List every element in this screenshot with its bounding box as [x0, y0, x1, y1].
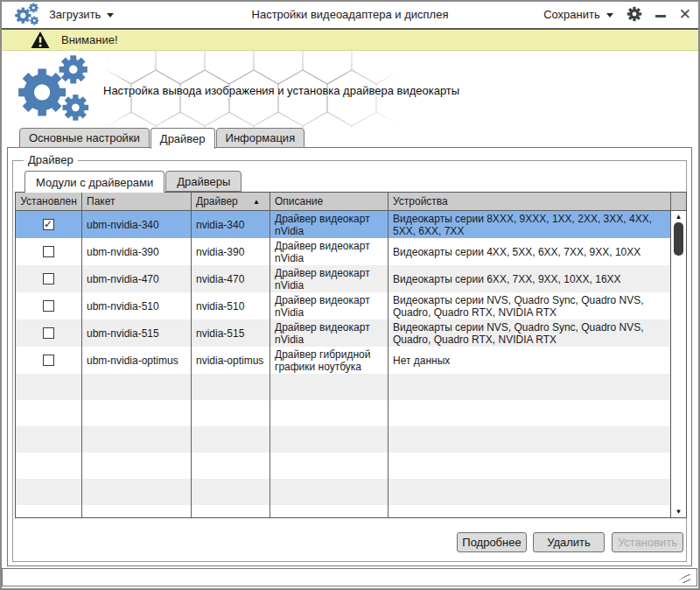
cell-installed — [16, 347, 82, 374]
tab-label: Драйвер — [160, 132, 206, 145]
cell-driver: nvidia-510 — [192, 292, 270, 320]
cell-driver: nvidia-470 — [192, 265, 270, 292]
cell-driver — [192, 400, 270, 426]
column-header-driver[interactable]: Драйвер ▲ — [192, 193, 270, 210]
cell-description: Драйвер видеокарт nVidia — [270, 211, 388, 238]
cell-package: ubm-nvidia-390 — [82, 238, 192, 265]
cell-installed — [16, 211, 82, 238]
vertical-scrollbar[interactable]: ▲ ▼ — [670, 211, 686, 517]
cell-devices — [388, 453, 671, 479]
column-header-installed[interactable]: Установлен — [16, 193, 82, 210]
cell-package: ubm-nvidia-510 — [82, 292, 192, 320]
cell-devices: Видеокарты серии 4XX, 5XX, 6XX, 7XX, 9XX… — [388, 238, 671, 265]
table-row[interactable] — [16, 479, 671, 505]
cell-devices — [388, 505, 671, 517]
table-row[interactable] — [16, 374, 671, 400]
cell-installed — [16, 453, 82, 479]
cell-description — [270, 453, 388, 479]
table-header: Установлен Пакет Драйвер ▲ Описание Устр… — [16, 193, 686, 211]
table-body: ubm-nvidia-340 nvidia-340 Драйвер видеок… — [16, 211, 671, 517]
resize-grip[interactable] — [676, 572, 690, 583]
details-button[interactable]: Подробнее — [457, 532, 527, 552]
tab-driver-modules[interactable]: Модули с драйверами — [24, 171, 164, 193]
cell-devices: Видеокарты серии 6XX, 7XX, 9XX, 10XX, 16… — [388, 265, 671, 292]
save-button[interactable]: Сохранить — [543, 8, 613, 21]
cell-driver — [192, 426, 270, 453]
tab-driver[interactable]: Драйвер — [150, 128, 215, 149]
table-row[interactable] — [16, 453, 671, 479]
cell-devices: Видеокарты серии 8XXX, 9XXX, 1XX, 2XX, 3… — [388, 211, 671, 238]
cell-driver: nvidia-340 — [192, 211, 270, 238]
column-label: Драйвер — [196, 195, 238, 207]
sort-ascending-icon: ▲ — [253, 198, 265, 206]
driver-subtabs: Модули с драйверами Драйверы — [24, 171, 242, 193]
close-button[interactable]: ✕ — [679, 7, 691, 22]
cell-devices — [388, 426, 671, 453]
scroll-down-icon[interactable]: ▼ — [671, 508, 686, 516]
cell-installed — [16, 374, 82, 400]
installed-checkbox[interactable] — [43, 355, 54, 366]
cell-description — [270, 426, 388, 453]
installed-checkbox[interactable] — [43, 300, 54, 312]
cell-package — [82, 505, 192, 517]
scroll-up-icon[interactable]: ▲ — [671, 213, 686, 221]
cell-description: Драйвер видеокарт nVidia — [270, 265, 388, 292]
table-row[interactable]: ubm-nvidia-470 nvidia-470 Драйвер видеок… — [16, 265, 671, 292]
warning-triangle-icon — [30, 31, 51, 49]
install-button[interactable]: Установить — [612, 532, 683, 552]
cell-driver: nvidia-390 — [192, 238, 270, 265]
column-label: Пакет — [87, 195, 115, 207]
cell-package: ubm-nvidia-515 — [82, 320, 192, 347]
installed-checkbox[interactable] — [43, 273, 54, 284]
table-row[interactable]: ubm-nvidia-optimus nvidia-optimus Драйве… — [16, 347, 671, 374]
status-bar — [2, 568, 697, 586]
app-window: Загрузить Настройки видеоадаптера и дисп… — [0, 0, 700, 590]
cell-installed — [16, 265, 82, 292]
scrollbar-thumb[interactable] — [674, 222, 683, 256]
column-header-package[interactable]: Пакет — [82, 193, 192, 210]
table-row[interactable]: ubm-nvidia-390 nvidia-390 Драйвер видеок… — [16, 238, 671, 265]
banner-title: Настройка вывода изображения и установка… — [103, 84, 459, 97]
minimize-button[interactable] — [655, 15, 666, 18]
installed-checkbox[interactable] — [43, 246, 54, 257]
table-row[interactable] — [16, 505, 671, 517]
cell-package — [82, 453, 192, 479]
cell-description: Драйвер видеокарт nVidia — [270, 292, 388, 320]
cell-package — [82, 374, 192, 400]
banner: Настройка вывода изображения и установка… — [0, 51, 700, 128]
table-row[interactable]: ubm-nvidia-515 nvidia-515 Драйвер видеок… — [16, 320, 671, 347]
column-label: Устройства — [393, 195, 448, 207]
tab-label: Информация — [226, 131, 296, 144]
cell-package: ubm-nvidia-470 — [82, 265, 192, 292]
remove-button[interactable]: Удалить — [533, 532, 605, 552]
cell-devices: Видеокарты серии NVS, Quadro Sync, Quadr… — [388, 292, 671, 320]
cell-driver — [192, 453, 270, 479]
cell-installed — [16, 320, 82, 347]
cell-driver: nvidia-515 — [192, 320, 270, 347]
cell-package — [82, 400, 192, 426]
cell-driver: nvidia-optimus — [192, 347, 270, 374]
settings-gear-button[interactable] — [626, 6, 642, 22]
column-header-devices[interactable]: Устройства — [388, 193, 671, 210]
tab-drivers[interactable]: Драйверы — [165, 171, 242, 192]
table-row[interactable] — [16, 426, 671, 453]
installed-checkbox[interactable] — [43, 327, 54, 339]
cell-package: ubm-nvidia-optimus — [82, 347, 192, 374]
cell-description: Драйвер видеокарт nVidia — [270, 238, 388, 265]
cell-installed — [16, 238, 82, 265]
column-header-description[interactable]: Описание — [270, 193, 388, 210]
tab-basic-settings[interactable]: Основные настройки — [19, 128, 150, 148]
installed-checkbox[interactable] — [43, 219, 54, 230]
banner-gears-icon — [14, 54, 94, 124]
cell-description: Драйвер гибридной графики ноутбука — [270, 347, 388, 374]
chevron-down-icon — [606, 13, 613, 18]
table-row[interactable]: ubm-nvidia-340 nvidia-340 Драйвер видеок… — [16, 211, 671, 238]
table-row[interactable]: ubm-nvidia-510 nvidia-510 Драйвер видеок… — [16, 292, 671, 320]
cell-package — [82, 479, 192, 505]
tab-information[interactable]: Информация — [216, 128, 305, 148]
cell-installed — [16, 479, 82, 505]
title-bar: Загрузить Настройки видеоадаптера и дисп… — [0, 0, 700, 30]
table-row[interactable] — [16, 400, 671, 426]
groupbox-label: Драйвер — [24, 153, 78, 166]
cell-installed — [16, 426, 82, 453]
